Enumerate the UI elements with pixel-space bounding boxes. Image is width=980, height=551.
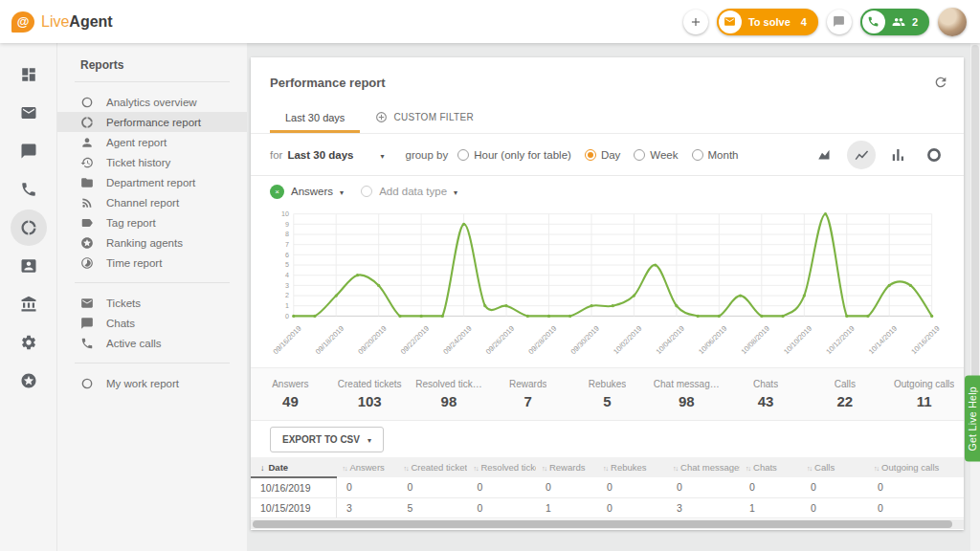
column-header-calls[interactable]: Calls: [801, 457, 868, 477]
sidebar-live-links: TicketsChatsActive calls: [57, 293, 247, 353]
scrollbar-thumb[interactable]: [253, 520, 952, 528]
column-header-chats[interactable]: Chats: [740, 457, 801, 477]
rail-item-chat[interactable]: [10, 132, 48, 170]
area-chart-button[interactable]: [811, 141, 839, 169]
stat-created-tickets: Created tickets103: [330, 379, 410, 409]
sort-icon: [673, 462, 680, 473]
sidebar-item-department-report[interactable]: Department report: [57, 172, 247, 192]
rail-item-bank[interactable]: [10, 285, 48, 323]
sidebar-item-chats[interactable]: Chats: [57, 313, 247, 333]
table-cell: 0: [868, 497, 964, 518]
column-header-chat-messages[interactable]: Chat messages: [667, 457, 740, 477]
vertical-scrollbar-thumb[interactable]: [971, 45, 979, 380]
tab-last-30-days[interactable]: Last 30 days: [270, 101, 360, 133]
tab-custom-filter[interactable]: CUSTOM FILTER: [360, 101, 489, 133]
rail-item-call[interactable]: [10, 170, 48, 209]
sidebar-item-label: Agent report: [106, 137, 167, 148]
table-row[interactable]: 10/15/2019350103100: [251, 497, 964, 518]
refresh-button[interactable]: [933, 75, 948, 90]
radio-day[interactable]: Day: [585, 149, 620, 161]
bar-chart-button[interactable]: [883, 141, 912, 169]
history-icon: [80, 156, 94, 169]
get-live-help-button[interactable]: Get Live Help: [965, 376, 980, 462]
liveagent-logo[interactable]: @ LiveAgent: [11, 11, 113, 33]
remove-series-icon[interactable]: [270, 185, 284, 199]
svg-text:2: 2: [285, 292, 289, 299]
refresh-icon: [933, 75, 948, 90]
brand-live: Live: [41, 13, 69, 30]
brand-agent: Agent: [69, 13, 112, 30]
column-label: Rebukes: [611, 462, 647, 473]
stat-label: Created tickets: [338, 379, 402, 389]
rail-item-gear[interactable]: [10, 323, 48, 362]
person-icon: [80, 136, 94, 149]
vertical-scrollbar[interactable]: [970, 43, 980, 551]
rail-item-donut[interactable]: [10, 209, 48, 247]
chats-indicator-button[interactable]: [827, 10, 852, 34]
table-cell: 0: [536, 477, 597, 497]
rail-item-mail[interactable]: [10, 94, 48, 132]
stat-value: 22: [837, 393, 854, 409]
main-content: Performance report Last 30 days CUSTOM F…: [247, 43, 980, 551]
column-header-outgoing-calls[interactable]: Outgoing calls: [868, 457, 964, 477]
sidebar-item-channel-report[interactable]: Channel report: [57, 192, 247, 212]
folder-icon: [80, 176, 94, 189]
horizontal-scrollbar[interactable]: [251, 519, 964, 529]
sidebar-title: Reports: [57, 58, 247, 72]
table-cell: 0: [467, 497, 536, 518]
donut-chart-button[interactable]: [920, 141, 948, 169]
series-label: Answers: [291, 186, 333, 197]
stat-label: Resolved tick…: [415, 379, 481, 389]
sidebar-item-my-work-report[interactable]: My work report: [57, 373, 247, 393]
radio-month[interactable]: Month: [692, 149, 739, 161]
column-label: Outgoing calls: [881, 462, 939, 473]
line-chart-button[interactable]: [847, 141, 876, 169]
export-csv-button[interactable]: EXPORT TO CSV: [270, 427, 384, 452]
sidebar-item-time-report[interactable]: Time report: [57, 253, 247, 273]
stat-value: 11: [917, 393, 932, 409]
svg-text:10/06/2019: 10/06/2019: [697, 324, 728, 356]
sidebar-item-analytics-overview[interactable]: Analytics overview: [57, 92, 247, 112]
table-cell: 0: [397, 477, 467, 497]
sidebar-item-active-calls[interactable]: Active calls: [57, 333, 247, 353]
radio-hour-only-for-table[interactable]: Hour (only for table): [457, 149, 571, 161]
circle-outline-icon: [80, 377, 94, 390]
logo-bubble-icon: @: [11, 11, 34, 33]
sidebar-item-ticket-history[interactable]: Ticket history: [57, 152, 247, 172]
add-button[interactable]: [683, 10, 708, 34]
svg-text:10/16/2019: 10/16/2019: [909, 324, 941, 356]
sidebar-item-tag-report[interactable]: Tag report: [57, 212, 247, 232]
add-data-type-label: Add data type: [379, 186, 447, 197]
rail-item-dashboard[interactable]: [10, 55, 48, 94]
add-data-type-button[interactable]: Add data type: [361, 186, 457, 197]
column-header-resolved-tickets[interactable]: Resolved tickets: [467, 457, 536, 477]
to-solve-button[interactable]: To solve 4: [717, 9, 818, 35]
column-header-rewards[interactable]: Rewards: [536, 457, 597, 477]
radio-week[interactable]: Week: [634, 149, 678, 161]
svg-text:7: 7: [285, 241, 289, 249]
series-answers-chip[interactable]: Answers: [270, 185, 344, 199]
empty-radio-icon: [361, 186, 372, 197]
sidebar-item-performance-report[interactable]: Performance report: [57, 112, 247, 132]
rail-item-contact-card[interactable]: [10, 247, 48, 285]
radio-label: Week: [650, 149, 678, 161]
rail-item-star-circle[interactable]: [10, 362, 48, 400]
table-cell: 3: [667, 497, 740, 518]
date-range-select[interactable]: Last 30 days: [287, 149, 384, 161]
sidebar-item-label: My work report: [106, 378, 179, 389]
group-by-radios: Hour (only for table)DayWeekMonth: [457, 149, 751, 161]
stars-icon: [80, 236, 94, 250]
avatar[interactable]: [938, 8, 967, 36]
radio-label: Hour (only for table): [474, 149, 571, 161]
table-row[interactable]: 10/16/2019000000000: [251, 477, 964, 497]
column-header-rebukes[interactable]: Rebukes: [597, 457, 667, 477]
sidebar-item-ranking-agents[interactable]: Ranking agents: [57, 232, 247, 253]
column-header-answers[interactable]: Answers: [336, 457, 397, 477]
sidebar-item-agent-report[interactable]: Agent report: [57, 132, 247, 152]
column-header-date[interactable]: Date: [251, 457, 336, 477]
liveagent-app: @ LiveAgent To solve 4 2: [0, 0, 980, 551]
divider: [75, 81, 230, 82]
calls-button[interactable]: 2: [860, 9, 929, 35]
column-header-created-tickets[interactable]: Created tickets: [397, 457, 467, 477]
sidebar-item-tickets[interactable]: Tickets: [57, 293, 247, 313]
